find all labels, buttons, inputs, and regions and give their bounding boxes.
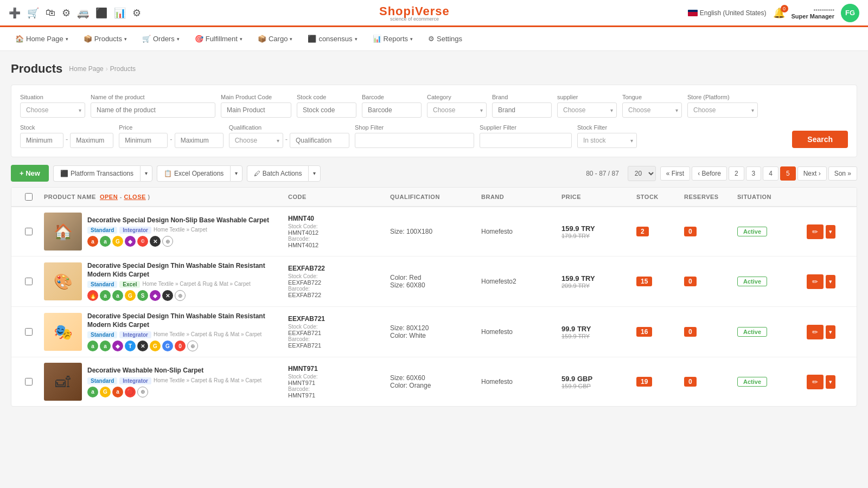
row-1-stock: 2 (636, 227, 680, 236)
page-size-select[interactable]: 20 (628, 166, 656, 181)
row-3-edit-button[interactable]: ✏ (807, 325, 824, 339)
shop-filter-input[interactable] (355, 133, 474, 148)
row-1-barcode-label: Barcode: (288, 236, 386, 242)
nav-cargo[interactable]: 📦 Cargo ▾ (251, 27, 299, 50)
row-4-checkbox[interactable] (25, 378, 33, 386)
icon-a-orange: a (87, 236, 98, 247)
row-3-brand: Homefesto (481, 328, 557, 336)
tag-integrator: Integrator (119, 227, 151, 234)
page-before[interactable]: ‹ Before (692, 166, 727, 181)
price-max-input[interactable] (175, 133, 224, 148)
stock-min-input[interactable] (20, 133, 63, 148)
qualification-to-input[interactable] (290, 133, 349, 148)
gear-icon[interactable]: ⚙ (132, 7, 141, 19)
row-1-action-arrow[interactable]: ▾ (826, 225, 835, 239)
open-link[interactable]: Open (100, 194, 118, 200)
supplier-filter: supplier Choose (557, 94, 617, 118)
qual-sep: - (285, 135, 288, 146)
breadcrumb-home[interactable]: Home Page (69, 65, 103, 73)
row-3-name: Decorative Special Design Thin Washable … (87, 312, 284, 329)
nav-orders[interactable]: 🛒 Orders ▾ (136, 27, 186, 50)
stock-max-input[interactable] (70, 133, 113, 148)
new-button[interactable]: + New (11, 165, 49, 182)
shop-filter-label: Shop Filter (355, 124, 474, 131)
tag-standard: Standard (87, 227, 117, 234)
products-icon[interactable]: 🛍 (46, 7, 55, 18)
shop-icon[interactable]: 🛒 (27, 7, 39, 19)
excel-operations-split: 📋 Excel Operations ▾ (157, 165, 242, 182)
row-4-price-main: 59.9 GBP (561, 375, 632, 383)
supplier-filter-input[interactable] (480, 133, 572, 148)
row-2-reserve-badge: 0 (684, 277, 697, 286)
row-2-actions: ✏ ▾ (807, 274, 850, 289)
table-row: 🛋 Decorative Washable Non-Slip Carpet St… (11, 357, 857, 406)
truck-icon[interactable]: 🚐 (77, 7, 89, 19)
brand-input[interactable] (492, 102, 552, 118)
situation-filter: Situation Choose (20, 94, 85, 118)
row-3-code-main: EEXFAB721 (288, 315, 386, 323)
batch-actions-arrow[interactable]: ▾ (308, 165, 321, 182)
row-3-action-arrow[interactable]: ▾ (826, 325, 835, 339)
row-3-checkbox[interactable] (25, 328, 33, 336)
situation-select[interactable]: Choose (20, 102, 85, 118)
excel-operations-arrow[interactable]: ▾ (230, 165, 242, 182)
row-1-reserves: 0 (684, 227, 733, 236)
qualification-select[interactable]: Choose (229, 133, 283, 148)
avatar[interactable]: FG (841, 4, 859, 22)
row-2-checkbox[interactable] (25, 278, 33, 285)
store-select[interactable]: Choose (687, 102, 758, 118)
grid-icon[interactable]: ⬛ (95, 7, 107, 19)
nav-home[interactable]: 🏠 Home Page ▾ (9, 27, 75, 50)
page-4[interactable]: 4 (763, 166, 778, 181)
plus-icon[interactable]: ➕ (9, 7, 21, 19)
select-all-checkbox[interactable] (25, 193, 33, 201)
stock-filter-label: Stock Filter (577, 124, 637, 131)
language-selector[interactable]: English (United States) (688, 9, 767, 17)
page-2[interactable]: 2 (729, 166, 744, 181)
page-5[interactable]: 5 (780, 166, 796, 181)
stock-code-input[interactable] (297, 102, 356, 118)
page-3[interactable]: 3 (746, 166, 762, 181)
store-label: Store (Platform) (687, 94, 758, 100)
icon-x: ✕ (150, 236, 161, 247)
excel-operations-button[interactable]: 📋 Excel Operations (157, 165, 230, 182)
user-info: •••••••••• Super Manager (792, 7, 834, 20)
price-min-input[interactable] (119, 133, 168, 148)
row-2-action-arrow[interactable]: ▾ (826, 275, 835, 288)
chart-icon[interactable]: 📊 (114, 7, 126, 19)
qualification-select-wrapper: Choose (229, 133, 283, 148)
page-first[interactable]: « First (660, 166, 690, 181)
product-name-input[interactable] (91, 102, 215, 118)
batch-actions-button[interactable]: 🖊 Batch Actions (247, 165, 308, 182)
stock-filter-select[interactable]: In stock (577, 133, 637, 148)
platform-transactions-arrow[interactable]: ▾ (140, 165, 152, 182)
barcode-input[interactable] (362, 102, 422, 118)
nav-fulfillment[interactable]: 🎯 Fulfillment ▾ (188, 27, 249, 50)
main-product-code-input[interactable] (221, 102, 291, 118)
settings-icon1[interactable]: ⚙ (62, 7, 71, 19)
search-button[interactable]: Search (792, 131, 848, 148)
notification-button[interactable]: 🔔 0 (773, 7, 785, 19)
tongue-select[interactable]: Choose (622, 102, 682, 118)
category-select[interactable]: Choose (427, 102, 487, 118)
platform-transactions-button[interactable]: ⬛ Platform Transactions (53, 165, 140, 182)
close-link[interactable]: Close (124, 194, 145, 200)
store-select-wrapper: Choose (687, 102, 758, 118)
page-next[interactable]: Next › (797, 166, 827, 181)
row-1-edit-button[interactable]: ✏ (807, 224, 824, 239)
row-4-stock-label: Stock Code: (288, 374, 386, 380)
stock-filter-field: Stock Filter In stock (577, 124, 637, 148)
nav-settings[interactable]: ⚙ Settings (422, 27, 469, 50)
row-4-edit-button[interactable]: ✏ (807, 375, 824, 389)
icon-0: 0 (175, 341, 186, 351)
page-son[interactable]: Son » (828, 166, 857, 181)
row-4-stock-val: HMNT971 (288, 380, 386, 386)
row-2-edit-button[interactable]: ✏ (807, 274, 824, 289)
row-1-checkbox[interactable] (25, 228, 33, 235)
nav-reports[interactable]: 📊 Reports ▾ (366, 27, 420, 50)
row-3-info: Decorative Special Design Thin Washable … (87, 312, 284, 351)
row-4-action-arrow[interactable]: ▾ (826, 375, 835, 389)
nav-consensus[interactable]: ⬛ consensus ▾ (301, 27, 363, 50)
supplier-select[interactable]: Choose (557, 102, 617, 118)
nav-products[interactable]: 📦 Products ▾ (77, 27, 133, 50)
